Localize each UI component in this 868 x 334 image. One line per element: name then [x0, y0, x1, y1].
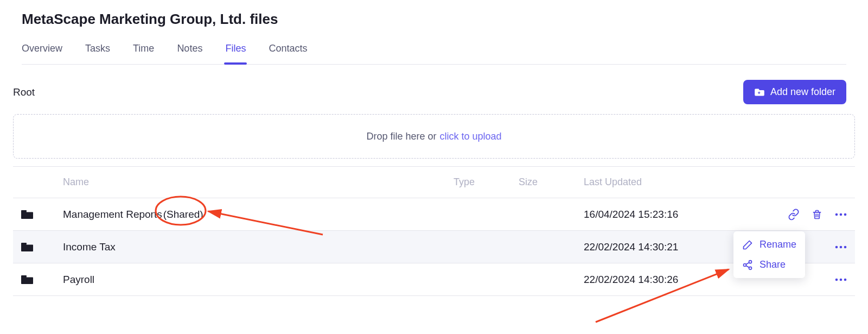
column-header-last-updated[interactable]: Last Updated — [584, 177, 757, 188]
shared-badge: (Shared) — [163, 209, 203, 220]
tab-files[interactable]: Files — [225, 43, 246, 64]
folder-plus-icon — [754, 88, 765, 97]
folder-name: Payroll — [63, 274, 94, 285]
delete-icon[interactable] — [812, 209, 822, 220]
column-header-type[interactable]: Type — [454, 177, 519, 188]
tab-overview[interactable]: Overview — [22, 43, 62, 64]
svg-point-13 — [844, 278, 847, 281]
cell-last-updated: 16/04/2024 15:23:16 — [584, 209, 757, 220]
more-actions-icon[interactable] — [834, 212, 847, 217]
rename-menu-item[interactable]: Rename — [733, 235, 805, 255]
svg-point-7 — [835, 245, 838, 248]
tab-contacts[interactable]: Contacts — [269, 43, 307, 64]
svg-rect-6 — [21, 243, 27, 244]
svg-rect-2 — [21, 210, 27, 212]
table-row[interactable]: Payroll 22/02/2024 14:30:26 — [13, 263, 855, 296]
svg-point-9 — [844, 245, 847, 248]
tab-notes[interactable]: Notes — [177, 43, 202, 64]
folder-icon — [13, 242, 63, 253]
folder-name: Income Tax — [63, 241, 116, 253]
svg-point-11 — [835, 278, 838, 281]
more-actions-icon[interactable] — [834, 278, 847, 282]
svg-point-12 — [840, 278, 843, 281]
share-icon — [742, 260, 753, 270]
tabs: Overview Tasks Time Notes Files Contacts — [22, 43, 846, 65]
pencil-icon — [742, 240, 753, 250]
table-header: Name Type Size Last Updated — [13, 167, 855, 198]
svg-point-4 — [840, 213, 843, 216]
folder-icon — [13, 274, 63, 285]
file-dropzone[interactable]: Drop file here or click to upload — [13, 114, 855, 159]
folder-icon — [13, 209, 63, 220]
column-header-size[interactable]: Size — [519, 177, 584, 188]
svg-rect-10 — [21, 275, 27, 277]
file-table: Name Type Size Last Updated Management R… — [13, 166, 855, 296]
svg-rect-1 — [758, 92, 761, 93]
add-new-folder-button[interactable]: Add new folder — [743, 80, 846, 104]
add-new-folder-label: Add new folder — [770, 86, 835, 98]
folder-name: Management Reports — [63, 209, 162, 220]
breadcrumb[interactable]: Root — [13, 86, 35, 98]
column-header-name[interactable]: Name — [63, 177, 454, 188]
share-link-icon[interactable] — [788, 209, 800, 220]
cell-last-updated: 22/02/2024 14:30:26 — [584, 274, 757, 286]
dropzone-text: Drop file here or — [366, 131, 436, 142]
svg-point-3 — [835, 213, 838, 216]
page-title: MetaScape Marketing Group, Ltd. files — [22, 11, 846, 28]
click-to-upload-link[interactable]: click to upload — [439, 131, 501, 142]
table-row[interactable]: Management Reports (Shared) 16/04/2024 1… — [13, 198, 855, 231]
svg-point-8 — [840, 245, 843, 248]
svg-point-5 — [844, 213, 847, 216]
tab-time[interactable]: Time — [133, 43, 154, 64]
tab-tasks[interactable]: Tasks — [85, 43, 110, 64]
share-label: Share — [760, 259, 786, 270]
row-actions-popover: Rename Share — [733, 231, 805, 278]
share-menu-item[interactable]: Share — [733, 255, 805, 275]
rename-label: Rename — [760, 239, 796, 250]
table-row[interactable]: Income Tax 22/02/2024 14:30:21 — [13, 231, 855, 263]
more-actions-icon[interactable] — [834, 245, 847, 249]
cell-last-updated: 22/02/2024 14:30:21 — [584, 241, 757, 253]
